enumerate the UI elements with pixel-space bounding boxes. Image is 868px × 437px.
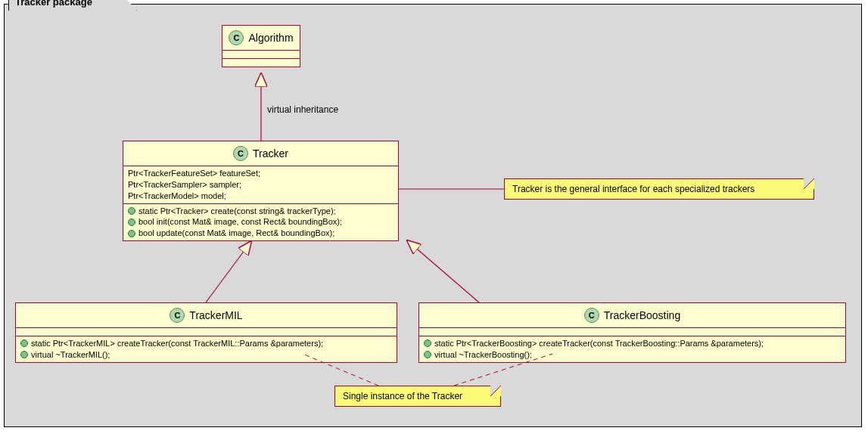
class-name: TrackerBoosting bbox=[604, 309, 680, 321]
class-op: static Ptr<TrackerMIL> createTracker(con… bbox=[20, 338, 392, 349]
class-algorithm: C Algorithm bbox=[222, 25, 300, 67]
visibility-public-icon bbox=[424, 339, 431, 347]
visibility-public-icon bbox=[20, 351, 28, 358]
class-op: static Ptr<Tracker> create(const string&… bbox=[128, 206, 394, 217]
note-text: Single instance of the Tracker bbox=[343, 391, 462, 401]
class-ops: static Ptr<Tracker> create(const string&… bbox=[123, 204, 398, 241]
class-attrs: Ptr<TrackerFeatureSet> featureSet; Ptr<T… bbox=[123, 166, 398, 204]
package-title-tab: Tracker package bbox=[8, 0, 137, 11]
class-name: Tracker bbox=[253, 147, 288, 160]
class-attrs-empty bbox=[222, 51, 300, 59]
class-op: virtual ~TrackerBoosting(); bbox=[424, 349, 841, 361]
note-tracker-interface: Tracker is the general interface for eac… bbox=[504, 178, 814, 200]
class-ops: static Ptr<TrackerBoosting> createTracke… bbox=[419, 336, 845, 362]
class-stereotype-icon: C bbox=[229, 30, 244, 45]
class-attr: Ptr<TrackerFeatureSet> featureSet; bbox=[128, 168, 394, 179]
class-tracker: C Tracker Ptr<TrackerFeatureSet> feature… bbox=[123, 141, 399, 241]
visibility-public-icon bbox=[128, 218, 135, 226]
class-header: C Algorithm bbox=[222, 26, 300, 51]
class-trackermil: C TrackerMIL static Ptr<TrackerMIL> crea… bbox=[15, 302, 397, 363]
class-name: Algorithm bbox=[248, 32, 293, 44]
class-stereotype-icon: C bbox=[233, 146, 248, 161]
class-attrs-empty bbox=[16, 328, 397, 336]
note-fold-icon bbox=[804, 178, 814, 189]
class-header: C TrackerBoosting bbox=[419, 303, 845, 328]
class-op: virtual ~TrackerMIL(); bbox=[20, 349, 392, 361]
visibility-public-icon bbox=[128, 207, 135, 215]
class-name: TrackerMIL bbox=[189, 309, 242, 321]
note-single-instance: Single instance of the Tracker bbox=[334, 386, 501, 407]
class-attr: Ptr<TrackerSampler> sampler; bbox=[128, 179, 394, 191]
class-stereotype-icon: C bbox=[584, 308, 599, 323]
class-trackerboosting: C TrackerBoosting static Ptr<TrackerBoos… bbox=[418, 302, 846, 363]
note-text: Tracker is the general interface for eac… bbox=[512, 184, 754, 194]
class-op: bool update(const Mat& image, Rect& boun… bbox=[128, 228, 394, 239]
class-attrs-empty bbox=[419, 328, 845, 336]
class-stereotype-icon: C bbox=[170, 308, 185, 323]
class-ops-empty bbox=[222, 59, 300, 67]
visibility-public-icon bbox=[424, 351, 431, 358]
edge-label-virtual-inheritance: virtual inheritance bbox=[267, 104, 338, 115]
class-header: C TrackerMIL bbox=[16, 303, 397, 328]
package-title: Tracker package bbox=[15, 0, 92, 8]
visibility-public-icon bbox=[20, 339, 28, 347]
note-fold-icon bbox=[490, 386, 501, 396]
class-ops: static Ptr<TrackerMIL> createTracker(con… bbox=[16, 336, 397, 362]
class-op: static Ptr<TrackerBoosting> createTracke… bbox=[424, 338, 841, 349]
diagram-canvas: Tracker package C Algorithm C Tracker Pt… bbox=[0, 0, 868, 437]
class-header: C Tracker bbox=[123, 141, 398, 166]
class-op: bool init(const Mat& image, const Rect& … bbox=[128, 216, 394, 228]
class-attr: Ptr<TrackerModel> model; bbox=[128, 191, 394, 202]
visibility-public-icon bbox=[128, 230, 135, 237]
